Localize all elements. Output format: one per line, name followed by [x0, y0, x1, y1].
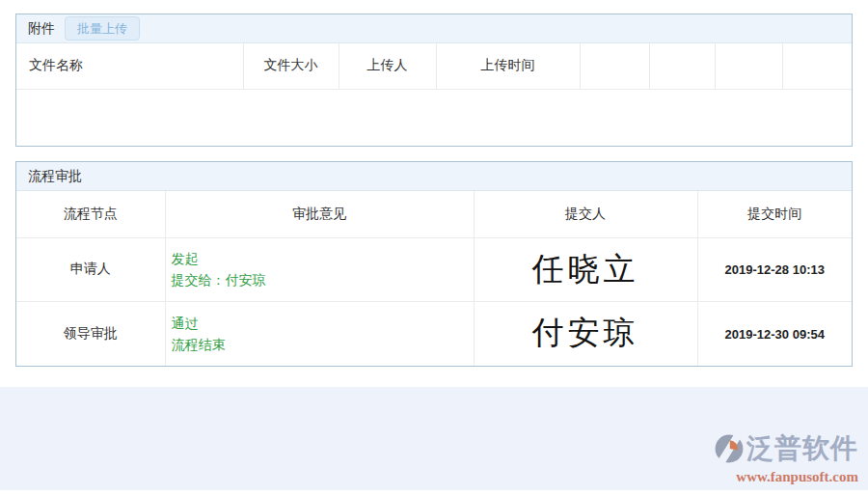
approval-panel: 流程审批 流程节点 审批意见 提交人 提交时间 申请人 发起 提交给：付安琼 任…: [15, 161, 853, 367]
opinion-detail: 提交给：付安琼: [172, 269, 474, 290]
attachments-empty-row: [16, 89, 852, 146]
column-empty-1: [580, 43, 649, 89]
footer-area: 泛普软件 www.fanpusoft.com: [0, 387, 868, 490]
brand-name: 泛普软件: [746, 435, 858, 462]
attachments-title: 附件: [28, 20, 55, 38]
submitter-signature: 付安琼: [532, 316, 639, 350]
signature-cell: 付安琼: [474, 301, 697, 366]
column-approval-opinion: 审批意见: [165, 191, 474, 237]
column-file-name: 文件名称: [16, 43, 243, 89]
attachments-panel: 附件 批量上传 文件名称 文件大小 上传人 上传时间: [15, 14, 853, 147]
attachments-header-row: 文件名称 文件大小 上传人 上传时间: [16, 43, 852, 89]
attachments-panel-header: 附件 批量上传: [16, 14, 852, 43]
approval-header-row: 流程节点 审批意见 提交人 提交时间: [16, 191, 852, 237]
column-submit-time: 提交时间: [697, 191, 852, 237]
column-submitter: 提交人: [474, 191, 697, 237]
column-empty-3: [715, 43, 782, 89]
column-upload-time: 上传时间: [436, 43, 580, 89]
column-flow-node: 流程节点: [16, 191, 165, 237]
fanpu-logo-icon: [714, 433, 745, 464]
column-file-size: 文件大小: [243, 43, 339, 89]
column-empty-2: [649, 43, 715, 89]
flow-node-label: 申请人: [16, 237, 165, 301]
signature-cell: 任晓立: [474, 237, 697, 301]
flow-node-label: 领导审批: [16, 301, 165, 366]
approval-title: 流程审批: [28, 168, 82, 185]
batch-upload-button[interactable]: 批量上传: [65, 16, 140, 41]
column-empty-4: [782, 43, 852, 89]
brand-url: www.fanpusoft.com: [714, 469, 858, 485]
approval-row-applicant: 申请人 发起 提交给：付安琼 任晓立 2019-12-28 10:13: [16, 237, 852, 301]
opinion-status: 发起: [172, 248, 474, 269]
submit-time-cell: 2019-12-28 10:13: [697, 237, 852, 301]
approval-table: 流程节点 审批意见 提交人 提交时间 申请人 发起 提交给：付安琼 任晓立 20…: [16, 191, 852, 366]
submit-time: 2019-12-30 09:54: [725, 327, 825, 342]
approval-row-leader: 领导审批 通过 流程结束 付安琼 2019-12-30 09:54: [16, 301, 852, 366]
attachments-table: 文件名称 文件大小 上传人 上传时间: [16, 43, 852, 146]
submit-time-cell: 2019-12-30 09:54: [697, 301, 852, 366]
opinion-cell: 通过 流程结束: [165, 301, 474, 366]
opinion-cell: 发起 提交给：付安琼: [165, 237, 474, 301]
submitter-signature: 任晓立: [532, 252, 639, 287]
fanpu-watermark: 泛普软件 www.fanpusoft.com: [714, 433, 858, 485]
column-uploader: 上传人: [339, 43, 436, 89]
opinion-status: 通过: [172, 313, 474, 334]
opinion-detail: 流程结束: [172, 334, 474, 355]
submit-time: 2019-12-28 10:13: [725, 262, 825, 277]
approval-panel-header: 流程审批: [16, 162, 852, 191]
attachments-empty-cell: [16, 89, 852, 146]
